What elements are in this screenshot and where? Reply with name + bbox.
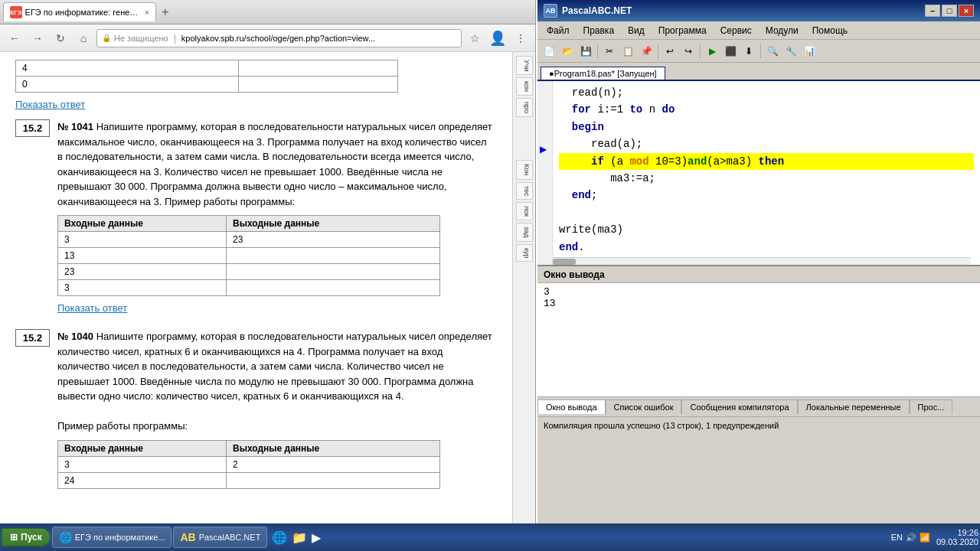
table1-header-col2: Выходные данные <box>227 216 440 232</box>
tb-open[interactable]: 📂 <box>559 43 576 60</box>
taskbar-browser-icon: 🌐 <box>59 531 72 543</box>
editor-hscroll-thumb[interactable] <box>553 259 576 265</box>
sidebar-item-2[interactable]: кон <box>516 77 533 96</box>
editor-hscroll[interactable] <box>553 257 971 265</box>
address-text: kpolyakov.spb.ru/school/oge/gen.php?acti… <box>181 34 375 43</box>
sidebar-item-4[interactable]: Кон <box>516 160 533 179</box>
sidebar-item-6[interactable]: лок <box>516 202 533 220</box>
status-text: Компиляция прошла успешно (13 строк), 1 … <box>544 421 779 430</box>
problem-text-1040: № 1040 Напишите программу, которая в пос… <box>57 329 493 434</box>
window-buttons: – □ × <box>925 5 974 17</box>
tb-debug3[interactable]: 📊 <box>801 43 818 60</box>
taskbar-pascal-label: PascalABC.NET <box>199 533 261 542</box>
taskbar-ie-icon[interactable]: 🌐 <box>272 530 287 545</box>
taskbar-volume[interactable]: 🔊 <box>906 533 916 543</box>
top-table-row2-col2 <box>238 77 398 93</box>
tb-sep3 <box>700 44 701 59</box>
bottom-tab-compiler[interactable]: Сообщения компилятора <box>681 399 797 414</box>
close-btn[interactable]: × <box>959 5 974 17</box>
tb-redo[interactable]: ↪ <box>680 43 697 60</box>
code-line-7: end; <box>559 187 974 204</box>
bookmark-btn[interactable]: ☆ <box>465 28 485 48</box>
top-table: 4 0 <box>15 60 398 93</box>
bottom-tab-output[interactable]: Окно вывода <box>537 399 606 414</box>
home-button[interactable]: ⌂ <box>74 28 93 48</box>
editor-tab-program18[interactable]: ●Program18.pas* [Запущен] <box>541 67 665 80</box>
table1-r2c1: 13 <box>58 248 227 264</box>
address-bar[interactable]: 🔒 Не защищено | kpolyakov.spb.ru/school/… <box>96 29 462 47</box>
taskbar: ⊞ Пуск 🌐 ЕГЭ по информатике... AB Pascal… <box>0 523 980 551</box>
bottom-tab-locals[interactable]: Локальные переменные <box>798 399 910 414</box>
browser-tab-title: ЕГЭ по информатике: генерато... <box>25 8 139 17</box>
tb-new[interactable]: 📄 <box>541 43 557 60</box>
code-line-1: read(n); <box>559 84 974 101</box>
show-answer-link-2[interactable]: Показать ответ <box>57 302 127 314</box>
menu-help[interactable]: Помощь <box>806 24 854 37</box>
problem-example-label: Пример работы программы: <box>57 420 188 432</box>
problem-header-1040: 15.2 № 1040 Напишите программу, которая … <box>15 329 493 434</box>
editor-tab-label: ●Program18.pas* [Запущен] <box>549 69 657 78</box>
pascal-toolbar: 📄 📂 💾 ✂ 📋 📌 ↩ ↪ ▶ ⬛ ⬇ 🔍 🔧 📊 <box>537 40 980 63</box>
user-btn[interactable]: 👤 <box>488 28 508 48</box>
menu-edit[interactable]: Правка <box>577 24 621 37</box>
menu-program[interactable]: Программа <box>652 24 713 37</box>
pascal-menubar: Файл Правка Вид Программа Сервис Модули … <box>537 21 980 40</box>
tb-stop[interactable]: ⬛ <box>722 43 739 60</box>
pascal-bottom-tabs: Окно вывода Список ошибок Сообщения комп… <box>537 396 980 416</box>
taskbar-media-icon[interactable]: ▶ <box>312 530 321 545</box>
menu-file[interactable]: Файл <box>541 24 576 37</box>
tb-debug1[interactable]: 🔍 <box>764 43 781 60</box>
menu-service[interactable]: Сервис <box>714 24 758 37</box>
table1-r4c1: 3 <box>58 280 227 296</box>
taskbar-app-pascal[interactable]: AB PascalABC.NET <box>173 527 267 548</box>
taskbar-fm-icon[interactable]: 📁 <box>292 530 307 545</box>
tb-sep1 <box>597 44 598 59</box>
tb-save[interactable]: 💾 <box>577 43 594 60</box>
sidebar-strip: Учи кон про Кон тес лок зад кур <box>512 52 535 551</box>
taskbar-app-browser[interactable]: 🌐 ЕГЭ по информатике... <box>52 527 172 548</box>
problem-badge-2: 15.2 <box>15 329 50 347</box>
problem-number-1041: № 1041 <box>57 121 93 132</box>
taskbar-network[interactable]: 📶 <box>920 533 930 543</box>
start-button[interactable]: ⊞ Пуск <box>2 528 51 546</box>
problem-text-1041: № 1041 Напишите программу, которая в пос… <box>57 119 493 209</box>
table2-r2c2 <box>227 472 440 488</box>
sidebar-item-1[interactable]: Учи <box>516 56 533 75</box>
bottom-tab-errors-label: Список ошибок <box>614 403 674 412</box>
sidebar-item-3[interactable]: про <box>516 98 533 117</box>
tb-paste[interactable]: 📌 <box>638 43 655 60</box>
pascal-editor[interactable]: ▶ read(n); for i:=1 to n do begin read(a… <box>537 81 980 265</box>
maximize-btn[interactable]: □ <box>942 5 957 17</box>
sidebar-item-5[interactable]: тес <box>516 182 533 201</box>
new-tab-button[interactable]: + <box>156 3 175 21</box>
menu-btn[interactable]: ⋮ <box>511 28 531 48</box>
tb-copy[interactable]: 📋 <box>619 43 636 60</box>
table2-r1c1: 3 <box>58 456 227 472</box>
menu-modules[interactable]: Модули <box>760 24 805 37</box>
browser-tab[interactable]: ЕГЭ ЕГЭ по информатике: генерато... × <box>3 2 156 21</box>
pascal-output-panel: Окно вывода 3 13 Окно вывода Список ошиб… <box>537 265 980 433</box>
code-line-5: if (a mod 10=3)and(a>ma3) then <box>559 153 974 170</box>
tb-cut[interactable]: ✂ <box>601 43 618 60</box>
tab-close-btn[interactable]: × <box>145 8 149 17</box>
back-button[interactable]: ← <box>5 28 24 48</box>
sidebar-item-8[interactable]: кур <box>516 244 533 262</box>
tb-debug2[interactable]: 🔧 <box>782 43 799 60</box>
forward-button[interactable]: → <box>28 28 47 48</box>
clock-time: 19:26 <box>936 528 978 537</box>
tb-run[interactable]: ▶ <box>704 43 720 60</box>
bottom-tab-more[interactable]: Прос... <box>910 399 953 414</box>
taskbar-pascal-icon: AB <box>180 531 195 543</box>
table1-header-col1: Входные данные <box>58 216 227 232</box>
editor-code-area[interactable]: read(n); for i:=1 to n do begin read(a);… <box>553 81 980 265</box>
code-line-4: read(a); <box>559 135 974 152</box>
refresh-button[interactable]: ↻ <box>51 28 70 48</box>
sidebar-item-7[interactable]: зад <box>516 223 533 241</box>
bottom-tab-locals-label: Локальные переменные <box>806 403 901 412</box>
minimize-btn[interactable]: – <box>925 5 940 17</box>
bottom-tab-errors[interactable]: Список ошибок <box>606 399 682 414</box>
tb-step[interactable]: ⬇ <box>740 43 757 60</box>
show-answer-link-1[interactable]: Показать ответ <box>15 99 85 110</box>
menu-view[interactable]: Вид <box>622 24 651 37</box>
tb-undo[interactable]: ↩ <box>662 43 678 60</box>
